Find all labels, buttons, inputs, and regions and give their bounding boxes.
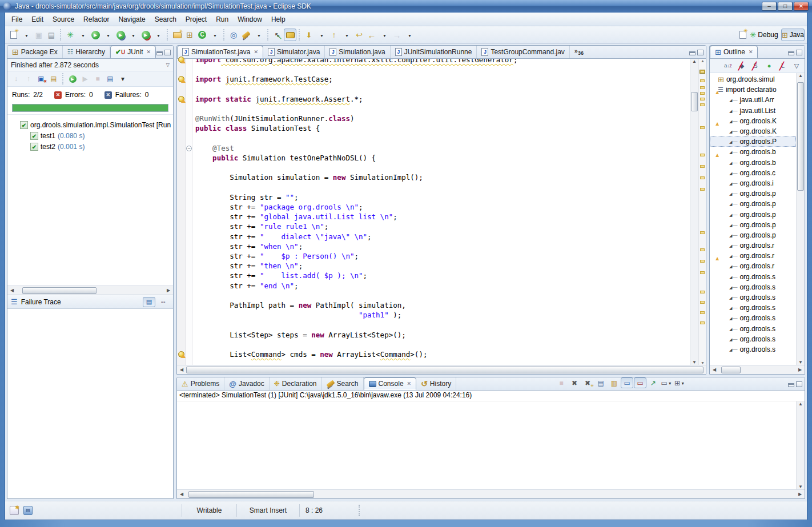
menu-run[interactable]: Run [212,14,232,25]
sort-button[interactable]: a↓z [722,61,734,71]
hide-static-members-button[interactable]: S [749,61,762,71]
view-tab-problems[interactable]: ⚠Problems [177,377,224,390]
overview-warning-marker[interactable] [700,176,705,179]
heap-status-icon[interactable]: ▤ [23,506,33,515]
restore-welcome-icon[interactable]: ✱ [10,506,19,515]
scroll-up-icon[interactable]: ▲ [690,59,699,64]
outline-item[interactable]: ◢—org.drools.p [710,230,796,240]
view-tab-outline[interactable]: ⊞Outline✕ [710,46,758,58]
pin-console-button[interactable]: ↗ [647,377,660,388]
scroll-lock-button[interactable]: ▤ [47,73,60,85]
editor-list-chevron[interactable]: »36 [574,47,584,56]
view-menu-button[interactable]: ▽ [790,61,803,71]
menu-source[interactable]: Source [49,14,78,25]
prev-annotation-button[interactable]: ↑ [328,29,340,41]
overview-ruler[interactable]: ▲ ▼ [698,59,706,365]
overview-warning-marker[interactable] [700,70,705,73]
new-class-button[interactable]: C [196,29,208,41]
display-console-button-dropdown[interactable]: ▼ [668,380,672,385]
run-button-dropdown[interactable]: ▼ [102,29,114,41]
outline-item[interactable]: ◢—org.drools.b [710,147,796,157]
outline-item[interactable]: ◢—org.drools.p [710,209,796,219]
debug-button-dropdown[interactable]: ▼ [77,29,89,41]
overview-warning-marker[interactable] [700,271,705,274]
outline-vertical-scrollbar[interactable]: ▲ ▼ [796,73,805,365]
maximize-view-icon[interactable] [164,50,171,55]
open-type-button[interactable]: ◎ [227,29,240,41]
editor-horizontal-scrollbar[interactable]: ◀ [177,365,706,374]
overview-warning-marker[interactable] [700,188,705,191]
overview-warning-marker[interactable] [700,126,705,129]
next-annotation-button[interactable]: ⬇ [303,29,315,41]
view-tab-javadoc[interactable]: @Javadoc [224,377,269,390]
remove-all-terminated-button[interactable]: ✖✳ [581,377,594,388]
profile-button[interactable]: ▶ [139,29,152,41]
editor-tab-testgroupcommand-jav[interactable]: JTestGroupCommand.jav [477,46,569,58]
maximize-view-icon[interactable] [796,50,802,55]
scroll-right-icon[interactable]: ▶ [795,492,805,497]
perspective-java-button[interactable]: ⊞Java [781,29,805,41]
overview-warning-marker[interactable] [700,98,705,100]
outline-item[interactable]: ◢—org.drools.r [710,251,796,261]
new-class-button-dropdown[interactable]: ▼ [208,29,221,41]
scroll-down-icon[interactable]: ▼ [690,360,699,365]
open-console-button[interactable]: ⊞▼ [673,377,686,388]
overview-warning-marker[interactable] [700,291,705,293]
warning-marker-icon[interactable] [178,351,184,357]
overview-warning-marker[interactable] [700,154,705,156]
remove-launch-button[interactable]: ✖ [568,377,581,388]
folding-ruler[interactable]: − [186,59,193,365]
minimize-view-icon[interactable] [689,51,696,55]
menu-project[interactable]: Project [182,14,211,25]
scroll-left-icon[interactable]: ◀ [177,367,186,372]
console-horizontal-scrollbar[interactable]: ◀ ▶ [177,489,805,498]
test-case-row[interactable]: ✔test1(0.080 s) [7,130,173,141]
view-tab-hierarchy[interactable]: ☷Hierarchy [63,46,110,58]
close-icon[interactable]: ✕ [749,49,753,55]
scroll-right-icon[interactable]: ▶ [795,367,805,372]
link-with-editor-button[interactable]: ↖ [271,29,284,41]
maximize-button[interactable]: □ [778,2,793,11]
perspective-debug-button[interactable]: ✳Debug [749,29,779,41]
outline-item[interactable]: ◢—org.drools.s [710,282,796,292]
filter-stack-trace-button[interactable]: ▤ [143,297,155,307]
outline-item[interactable]: ◢—org.drools.b [710,158,796,168]
overview-warning-marker[interactable] [700,311,705,314]
overview-warning-marker[interactable] [700,79,705,82]
overview-warning-marker[interactable] [700,301,705,304]
minimize-view-icon[interactable] [156,51,163,55]
scroll-left-icon[interactable]: ◀ [7,288,17,293]
next-annotation-icon[interactable]: ▼ [701,361,705,365]
junit-status-menu-icon[interactable]: ▽ [166,62,170,67]
maximize-view-icon[interactable] [697,50,704,55]
scroll-up-icon[interactable]: ▲ [796,401,805,407]
minimize-view-icon[interactable] [788,383,794,387]
scroll-left-icon[interactable]: ◀ [177,492,186,497]
editor-tab-simulator-java[interactable]: JSimulator.java [263,46,325,58]
collapse-icon[interactable]: − [186,146,192,151]
open-perspective-button[interactable]: ✳ [737,29,749,41]
close-icon[interactable]: ✕ [407,381,412,387]
forward-button-dropdown[interactable]: ▼ [403,29,416,41]
next-annotation-button-dropdown[interactable]: ▼ [315,29,328,41]
maximize-view-icon[interactable] [796,381,802,387]
prev-annotation-icon[interactable]: ▲ [701,59,705,63]
test-suite-row[interactable]: ✔org.drools.simulation.impl.SimulationTe… [7,119,173,130]
outline-item[interactable]: ◢—org.drools.s [710,324,796,334]
minimize-view-icon[interactable] [788,51,794,55]
overview-warning-marker[interactable] [700,86,705,89]
scroll-down-icon[interactable]: ▼ [796,484,805,489]
scroll-up-icon[interactable]: ▲ [796,73,805,78]
editor-tab-simulationtest-java[interactable]: JSimulationTest.java✕ [177,46,263,58]
warning-marker-icon[interactable] [178,76,184,82]
view-tab-history[interactable]: ↺History [416,377,456,390]
outline-item[interactable]: ◢—org.drools.r [710,240,796,251]
outline-item[interactable]: ◢—org.drools.i [710,178,796,188]
view-menu-button[interactable]: ▾ [116,73,129,85]
new-wizard-button-dropdown[interactable]: ▼ [20,29,33,41]
scroll-thumb[interactable] [721,367,741,373]
outline-item[interactable]: ◢—java.util.List [710,106,796,116]
hide-local-types-button[interactable]: L [777,61,789,71]
mark-occurrences-button[interactable] [284,29,296,41]
run-button[interactable]: ▶ [89,29,102,41]
